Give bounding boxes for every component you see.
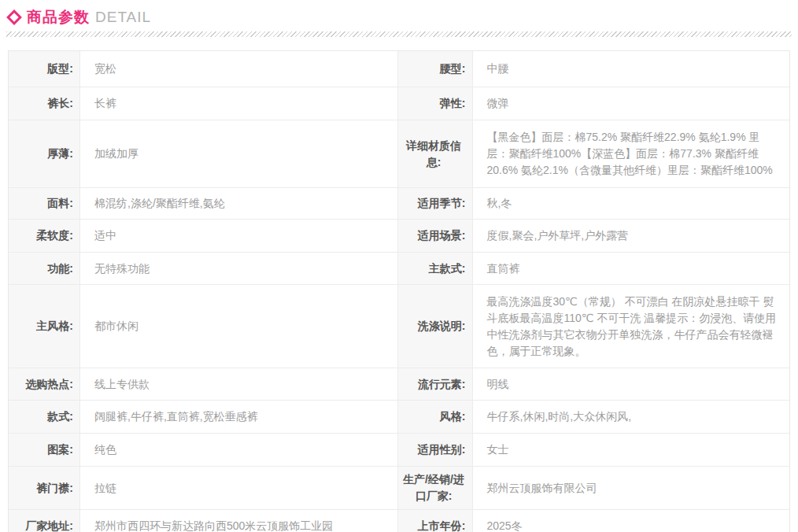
param-value: 郑州云顶服饰有限公司: [472, 467, 790, 509]
param-label: 图案:: [9, 434, 79, 466]
product-params-table: 版型: 宽松 腰型: 中腰 裤长: 长裤 弹性: 微弹 厚薄: 加绒加厚 详细材…: [8, 50, 790, 532]
param-label: 弹性:: [397, 87, 472, 120]
param-value: 都市休闲: [79, 285, 397, 368]
param-label: 适用场景:: [397, 220, 472, 252]
param-value: 长裤: [79, 87, 397, 120]
param-label: 风格:: [397, 401, 472, 433]
param-value: 直筒裤: [472, 253, 790, 284]
param-value: 郑州市西四环与新达路向西500米云顶服饰工业园: [79, 510, 397, 532]
param-value: 适中: [79, 220, 397, 252]
param-value: 加绒加厚: [79, 120, 397, 187]
param-row: 柔软度: 适中 适用场景: 度假,聚会,户外草坪,户外露营: [9, 219, 789, 252]
param-value: 宽松: [79, 51, 397, 87]
param-value: 微弹: [472, 87, 790, 120]
param-label: 款式:: [9, 401, 79, 433]
diamond-icon: [6, 9, 22, 25]
param-label: 选购热点:: [9, 368, 79, 400]
param-row: 版型: 宽松 腰型: 中腰: [9, 51, 789, 87]
param-label: 腰型:: [397, 51, 472, 87]
param-row: 厚薄: 加绒加厚 详细材质信息: 【黑金色】面层：棉75.2% 聚酯纤维22.9…: [9, 120, 789, 187]
param-label: 版型:: [9, 51, 79, 87]
param-value: 最高洗涤温度30℃（常规） 不可漂白 在阴凉处悬挂晾干 熨斗底板最高温度110℃…: [472, 285, 790, 368]
param-label: 厂家地址:: [9, 510, 79, 532]
page-subtitle: DETAIL: [95, 9, 151, 26]
param-label: 厚薄:: [9, 120, 79, 187]
param-label: 适用季节:: [397, 188, 472, 219]
param-row: 款式: 阔腿裤,牛仔裤,直筒裤,宽松垂感裤 风格: 牛仔系,休闲,时尚,大众休闲…: [9, 400, 789, 433]
param-label: 面料:: [9, 188, 79, 219]
param-value: 秋,冬: [472, 188, 790, 219]
page-title: 商品参数: [27, 7, 90, 28]
param-value: 纯色: [79, 434, 397, 466]
param-label: 柔软度:: [9, 220, 79, 252]
param-label: 主款式:: [397, 253, 472, 284]
param-row: 裤长: 长裤 弹性: 微弹: [9, 87, 789, 120]
param-label: 流行元素:: [397, 368, 472, 400]
param-row: 选购热点: 线上专供款 流行元素: 明线: [9, 368, 789, 400]
param-value: 中腰: [472, 51, 790, 87]
param-label: 主风格:: [9, 285, 79, 368]
param-row: 功能: 无特殊功能 主款式: 直筒裤: [9, 252, 789, 284]
param-value: 明线: [472, 368, 790, 400]
param-label: 适用性别:: [397, 434, 472, 466]
param-value: 【黑金色】面层：棉75.2% 聚酯纤维22.9% 氨纶1.9% 里层：聚酯纤维1…: [472, 120, 790, 187]
param-label: 裤门襟:: [9, 467, 79, 509]
hatch-divider: [6, 31, 792, 37]
param-value: 牛仔系,休闲,时尚,大众休闲风,: [472, 401, 790, 433]
param-row: 主风格: 都市休闲 洗涤说明: 最高洗涤温度30℃（常规） 不可漂白 在阴凉处悬…: [9, 284, 789, 368]
param-row: 裤门襟: 拉链 生产/经销/进口厂家: 郑州云顶服饰有限公司: [9, 466, 789, 509]
param-value: 阔腿裤,牛仔裤,直筒裤,宽松垂感裤: [79, 401, 397, 433]
param-label: 生产/经销/进口厂家:: [397, 467, 472, 509]
param-value: 2025冬: [472, 510, 790, 532]
param-row: 图案: 纯色 适用性别: 女士: [9, 433, 789, 466]
param-value: 女士: [472, 434, 790, 466]
param-value: 无特殊功能: [79, 253, 397, 284]
param-row: 面料: 棉混纺,涤纶/聚酯纤维,氨纶 适用季节: 秋,冬: [9, 187, 789, 219]
param-label: 裤长:: [9, 87, 79, 120]
param-value: 拉链: [79, 467, 397, 509]
param-label: 洗涤说明:: [397, 285, 472, 368]
param-label: 详细材质信息:: [397, 120, 472, 187]
param-label: 功能:: [9, 253, 79, 284]
param-value: 度假,聚会,户外草坪,户外露营: [472, 220, 790, 252]
section-header: 商品参数 DETAIL: [0, 0, 798, 28]
param-value: 棉混纺,涤纶/聚酯纤维,氨纶: [79, 188, 397, 219]
param-row: 厂家地址: 郑州市西四环与新达路向西500米云顶服饰工业园 上市年份: 2025…: [9, 509, 789, 532]
param-value: 线上专供款: [79, 368, 397, 400]
param-label: 上市年份:: [397, 510, 472, 532]
